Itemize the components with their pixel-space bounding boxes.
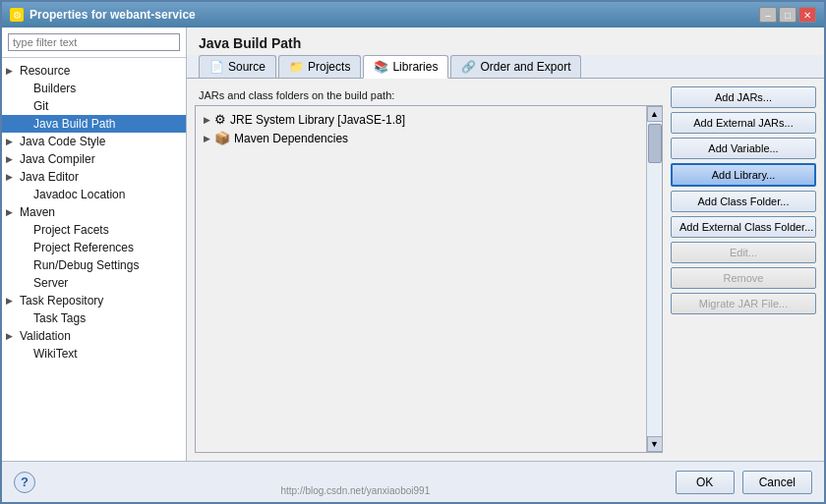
main-window: ⚙ Properties for webant-service – □ ✕ ▶R…	[0, 0, 826, 504]
sidebar-label-validation: Validation	[20, 329, 71, 343]
projects-tab-label: Projects	[308, 60, 350, 74]
sidebar-label-wikitext: WikiText	[33, 347, 78, 361]
sidebar-arrow-resource: ▶	[6, 66, 16, 76]
sidebar-arrow-java-compiler: ▶	[6, 154, 16, 164]
sidebar-label-server: Server	[33, 276, 68, 290]
sidebar-label-maven: Maven	[20, 205, 55, 219]
sidebar-item-maven[interactable]: ▶Maven	[2, 203, 186, 221]
jar-item[interactable]: ▶📦Maven Dependencies	[196, 129, 646, 147]
sidebar-label-task-tags: Task Tags	[33, 311, 86, 325]
sidebar-item-java-compiler[interactable]: ▶Java Compiler	[2, 150, 186, 168]
source-tab-label: Source	[228, 60, 266, 74]
jar-arrow-icon: ▶	[204, 134, 210, 143]
add-variable-button[interactable]: Add Variable...	[671, 138, 816, 159]
tabs-row: 📄Source📁Projects📚Libraries🔗Order and Exp…	[187, 55, 824, 79]
sidebar-item-javadoc[interactable]: Javadoc Location	[2, 186, 186, 203]
jar-type-icon: ⚙	[214, 112, 226, 127]
sidebar-label-javadoc: Javadoc Location	[33, 188, 125, 201]
sidebar-label-run-debug: Run/Debug Settings	[33, 258, 139, 272]
sidebar-item-resource[interactable]: ▶Resource	[2, 62, 186, 80]
add-class-folder-button[interactable]: Add Class Folder...	[671, 191, 816, 212]
titlebar-buttons: – □ ✕	[759, 7, 816, 23]
jar-arrow-icon: ▶	[204, 115, 210, 125]
sidebar-item-task-tags[interactable]: Task Tags	[2, 309, 186, 327]
sidebar-arrow-validation: ▶	[6, 331, 16, 341]
footer-buttons: OK Cancel	[676, 471, 812, 494]
tab-order-export[interactable]: 🔗Order and Export	[450, 55, 581, 78]
sidebar-item-builders[interactable]: Builders	[2, 80, 186, 97]
window-icon: ⚙	[10, 8, 24, 22]
filter-input[interactable]	[8, 33, 180, 51]
add-jars-button[interactable]: Add JARs...	[671, 86, 816, 108]
edit-button: Edit...	[671, 242, 816, 263]
libraries-tab-icon: 📚	[374, 60, 388, 74]
sidebar: ▶ResourceBuildersGitJava Build Path▶Java…	[2, 28, 187, 461]
buttons-panel: Add JARs...Add External JARs...Add Varia…	[671, 86, 816, 453]
scroll-up[interactable]: ▲	[647, 106, 663, 122]
sidebar-label-java-editor: Java Editor	[20, 170, 79, 184]
sidebar-label-builders: Builders	[33, 82, 76, 95]
sidebar-arrow-maven: ▶	[6, 207, 16, 217]
add-library-button[interactable]: Add Library...	[671, 163, 816, 187]
main-content: ▶ResourceBuildersGitJava Build Path▶Java…	[2, 28, 824, 461]
sidebar-item-task-repository[interactable]: ▶Task Repository	[2, 292, 186, 309]
sidebar-item-project-references[interactable]: Project References	[2, 239, 186, 256]
jar-type-icon: 📦	[214, 131, 230, 145]
scroll-down[interactable]: ▼	[647, 436, 663, 452]
sidebar-item-wikitext[interactable]: WikiText	[2, 345, 186, 363]
jar-label: JRE System Library [JavaSE-1.8]	[230, 113, 405, 127]
sidebar-item-java-build-path[interactable]: Java Build Path	[2, 115, 186, 133]
minimize-button[interactable]: –	[759, 7, 777, 23]
sidebar-label-java-compiler: Java Compiler	[20, 152, 95, 166]
sidebar-list: ▶ResourceBuildersGitJava Build Path▶Java…	[2, 58, 186, 461]
order-export-tab-icon: 🔗	[461, 60, 476, 74]
tab-source[interactable]: 📄Source	[199, 55, 276, 78]
sidebar-label-resource: Resource	[20, 64, 70, 78]
tab-projects[interactable]: 📁Projects	[278, 55, 361, 78]
filter-box	[2, 28, 186, 58]
tab-libraries[interactable]: 📚Libraries	[363, 55, 448, 79]
sidebar-item-java-editor[interactable]: ▶Java Editor	[2, 168, 186, 186]
sidebar-item-run-debug[interactable]: Run/Debug Settings	[2, 256, 186, 274]
sidebar-label-java-build-path: Java Build Path	[33, 117, 115, 131]
cancel-button[interactable]: Cancel	[742, 471, 812, 494]
jar-label: Maven Dependencies	[234, 132, 348, 145]
jar-header: JARs and class folders on the build path…	[195, 86, 663, 105]
scrollbar[interactable]: ▲ ▼	[646, 106, 662, 452]
sidebar-arrow-task-repository: ▶	[6, 296, 16, 306]
help-button[interactable]: ?	[14, 472, 35, 493]
add-ext-class-folder-button[interactable]: Add External Class Folder...	[671, 216, 816, 238]
sidebar-label-project-facets: Project Facets	[33, 223, 109, 237]
libraries-tab-label: Libraries	[392, 60, 438, 74]
order-export-tab-label: Order and Export	[480, 60, 570, 74]
close-button[interactable]: ✕	[798, 7, 816, 23]
content-area: JARs and class folders on the build path…	[187, 79, 824, 461]
panel-header: Java Build Path	[187, 28, 824, 55]
sidebar-arrow-java-editor: ▶	[6, 172, 16, 182]
maximize-button[interactable]: □	[779, 7, 796, 23]
add-ext-jars-button[interactable]: Add External JARs...	[671, 112, 816, 134]
titlebar: ⚙ Properties for webant-service – □ ✕	[2, 2, 824, 28]
sidebar-item-java-code-style[interactable]: ▶Java Code Style	[2, 133, 186, 150]
jar-item[interactable]: ▶⚙JRE System Library [JavaSE-1.8]	[196, 110, 646, 129]
jar-list: ▶⚙JRE System Library [JavaSE-1.8]▶📦Maven…	[196, 106, 646, 452]
titlebar-left: ⚙ Properties for webant-service	[10, 8, 196, 22]
sidebar-label-java-code-style: Java Code Style	[20, 135, 105, 148]
sidebar-item-server[interactable]: Server	[2, 274, 186, 292]
sidebar-arrow-java-code-style: ▶	[6, 137, 16, 146]
panel-title: Java Build Path	[199, 35, 301, 51]
sidebar-item-validation[interactable]: ▶Validation	[2, 327, 186, 345]
remove-button: Remove	[671, 267, 816, 289]
sidebar-item-git[interactable]: Git	[2, 97, 186, 115]
projects-tab-icon: 📁	[289, 60, 304, 74]
scroll-thumb[interactable]	[648, 124, 662, 163]
sidebar-label-git: Git	[33, 99, 48, 113]
jar-panel-container: ▶⚙JRE System Library [JavaSE-1.8]▶📦Maven…	[195, 105, 663, 453]
window-title: Properties for webant-service	[30, 8, 196, 22]
sidebar-item-project-facets[interactable]: Project Facets	[2, 221, 186, 239]
ok-button[interactable]: OK	[676, 471, 735, 494]
sidebar-label-project-references: Project References	[33, 241, 134, 254]
source-tab-icon: 📄	[209, 60, 224, 74]
right-panel: Java Build Path 📄Source📁Projects📚Librari…	[187, 28, 824, 461]
watermark: http://blog.csdn.net/yanxiaoboi991	[280, 485, 430, 496]
